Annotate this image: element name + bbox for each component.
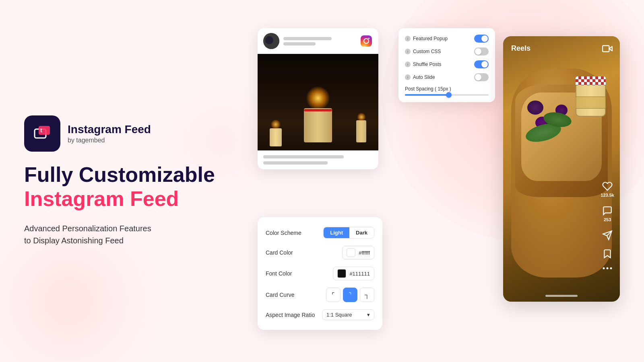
card-curve-row: Card Curve ⌜ ⌝ ┐	[266, 288, 374, 302]
reels-like-action[interactable]: 123.5k	[601, 181, 614, 197]
toggle-row-featured-popup: i Featured Popup	[405, 35, 489, 43]
more-icon	[602, 267, 613, 269]
aspect-ratio-value: 1:1 Square	[326, 312, 352, 318]
reels-card: Reels 123.5k	[503, 36, 620, 302]
post-header	[258, 28, 378, 54]
right-panel: i Featured Popup i Custom CSS	[233, 16, 620, 346]
dropdown-chevron-icon: ▾	[367, 312, 370, 318]
aspect-ratio-label: Aspect Image Ratio	[266, 312, 315, 318]
font-color-label: Font Color	[266, 270, 292, 277]
toggle-text-autoslide: Auto Slide	[413, 74, 435, 80]
spacing-slider-thumb	[446, 92, 452, 98]
toggle-text-featured: Featured Popup	[413, 36, 448, 41]
post-spacing-label: Post Spacing ( 15px )	[405, 86, 489, 92]
reels-bookmark-action[interactable]	[602, 249, 613, 259]
curve-btn-sharp[interactable]: ⌜	[326, 288, 341, 302]
svg-point-14	[610, 267, 612, 269]
color-scheme-row: Color Scheme Light Dark	[266, 227, 374, 239]
reels-like-count: 123.5k	[601, 193, 614, 197]
toggle-custom-css[interactable]	[474, 47, 489, 56]
subtext: Advanced Personalization Features to Dis…	[24, 222, 233, 247]
bookmark-icon	[602, 249, 613, 259]
svg-rect-5	[361, 35, 372, 47]
svg-point-7	[368, 38, 369, 39]
reels-comment-count: 253	[604, 217, 611, 222]
post-image	[258, 54, 378, 150]
food-scene: Reels 123.5k	[503, 36, 620, 302]
spacing-slider-fill	[405, 94, 451, 96]
toggle-knob-css	[475, 48, 481, 55]
card-curve-options: ⌜ ⌝ ┐	[326, 288, 374, 302]
svg-point-13	[607, 267, 609, 269]
logo-title: Instagram Feed	[68, 123, 151, 136]
instagram-post-card	[258, 28, 378, 169]
card-color-row: Card Color #ffffff	[266, 246, 374, 259]
curve-btn-round[interactable]: ┐	[360, 288, 374, 302]
handle-line	[283, 42, 316, 45]
card-color-swatch-row[interactable]: #ffffff	[342, 246, 374, 259]
toggle-auto-slide[interactable]	[474, 73, 489, 81]
toggle-featured-popup[interactable]	[474, 35, 489, 43]
info-icon-featured: i	[405, 36, 411, 41]
toggle-label-featured: i Featured Popup	[405, 36, 448, 41]
color-panel: Color Scheme Light Dark Card Color #ffff…	[258, 217, 382, 330]
curve-btn-medium[interactable]: ⌝	[343, 288, 357, 302]
svg-point-12	[603, 267, 605, 269]
aspect-ratio-select[interactable]: 1:1 Square ▾	[322, 309, 374, 320]
heart-icon	[602, 181, 613, 191]
spacing-slider-track[interactable]	[405, 94, 489, 96]
candle-scene	[258, 54, 378, 150]
font-color-swatch[interactable]	[337, 269, 346, 278]
toggle-shuffle-posts[interactable]	[474, 60, 489, 68]
info-icon-css: i	[405, 49, 411, 54]
dark-scheme-button[interactable]: Dark	[349, 227, 374, 238]
headline-line1: Fully Customizable	[24, 163, 215, 186]
avatar	[263, 33, 279, 49]
post-footer	[258, 150, 378, 169]
avatar-svg	[263, 33, 279, 49]
instagram-icon	[360, 35, 373, 47]
info-icon-autoslide: i	[405, 74, 411, 80]
svg-text:t: t	[40, 127, 42, 134]
card-curve-label: Card Curve	[266, 292, 295, 298]
card-color-label: Card Color	[266, 249, 293, 256]
left-panel: t Instagram Feed by tagembed Fully Custo…	[24, 115, 233, 247]
light-scheme-button[interactable]: Light	[324, 227, 349, 238]
toggle-row-custom-css: i Custom CSS	[405, 47, 489, 56]
headline-line2: Instagram Feed	[24, 187, 179, 210]
toggle-text-css: Custom CSS	[413, 49, 441, 54]
font-color-swatch-row[interactable]: #111111	[333, 267, 374, 280]
reels-side-actions: 123.5k 253	[601, 181, 614, 269]
subtext-line1: Advanced Personalization Features	[24, 224, 151, 233]
font-color-row: Font Color #111111	[266, 267, 374, 280]
logo-svg: t	[32, 123, 52, 144]
reels-share-action[interactable]	[602, 230, 613, 241]
headline: Fully Customizable Instagram Feed	[24, 163, 233, 211]
toggle-knob-autoslide	[475, 74, 481, 80]
caption-line2	[263, 161, 328, 165]
card-color-swatch[interactable]	[347, 248, 355, 257]
username-line	[283, 37, 332, 40]
card-color-hex: #ffffff	[359, 250, 370, 256]
reels-bottom-bar	[545, 295, 578, 297]
reels-camera-icon	[602, 43, 613, 56]
caption-line1	[263, 155, 344, 158]
subtext-line2: to Display Astonishing Feed	[24, 236, 124, 245]
logo-row: t Instagram Feed by tagembed	[24, 115, 233, 152]
toggle-row-autoslide: i Auto Slide	[405, 73, 489, 81]
toggle-label-autoslide: i Auto Slide	[405, 74, 435, 80]
logo-subtitle: by tagembed	[68, 137, 151, 144]
toggle-text-shuffle: Shuffle Posts	[413, 62, 442, 67]
headline-block: Fully Customizable Instagram Feed	[24, 163, 233, 211]
user-lines	[283, 37, 332, 45]
color-scheme-toggle[interactable]: Light Dark	[323, 227, 374, 239]
reels-label: Reels	[511, 44, 530, 53]
toggle-row-shuffle: i Shuffle Posts	[405, 60, 489, 68]
settings-panel: i Featured Popup i Custom CSS	[398, 28, 495, 102]
toggle-label-shuffle: i Shuffle Posts	[405, 62, 442, 67]
reels-more-action[interactable]	[602, 267, 613, 269]
toggle-knob-shuffle	[481, 61, 488, 68]
color-scheme-label: Color Scheme	[266, 230, 301, 236]
font-color-hex: #111111	[349, 271, 370, 277]
reels-comment-action[interactable]: 253	[602, 206, 613, 222]
